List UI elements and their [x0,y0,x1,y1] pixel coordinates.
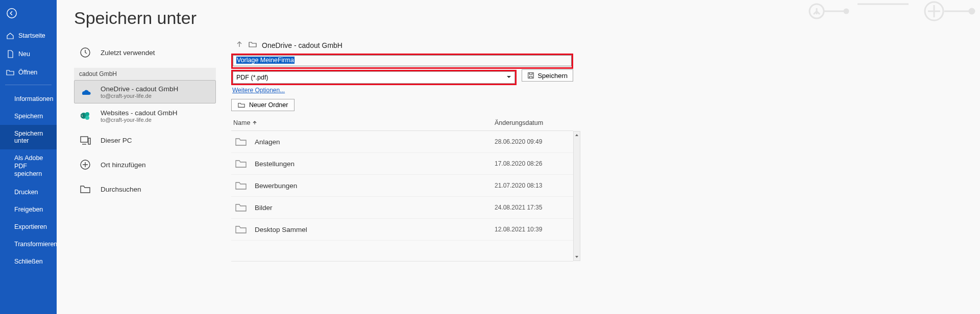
sidebar-item-info[interactable]: Informationen [0,90,57,108]
filetype-value: PDF (*.pdf) [236,74,268,81]
file-name: Bestellungen [255,160,495,168]
location-sublabel: to@craft-your-life.de [101,93,178,99]
sidebar-item-share[interactable]: Freigeben [0,201,57,218]
folder-icon [233,159,249,168]
folder-icon [233,225,249,234]
scroll-down-button[interactable] [574,253,580,260]
location-recent[interactable]: Zuletzt verwendet [74,40,216,65]
file-date: 12.08.2021 10:39 [495,226,571,233]
svg-point-7 [85,112,89,116]
file-date: 24.08.2021 17:35 [495,204,571,211]
location-label: Ort hinzufügen [101,161,146,169]
up-folder-button[interactable] [235,40,243,50]
clock-icon [78,45,92,60]
list-item[interactable]: Bilder 24.08.2021 17:35 [231,197,573,219]
more-options-link[interactable]: Weitere Optionen... [232,87,285,94]
new-folder-button[interactable]: Neuer Ordner [231,99,295,111]
svg-rect-12 [88,138,90,144]
location-label: OneDrive - cadout GmbH [101,85,178,93]
svg-rect-11 [81,137,88,142]
sidebar-item-label: Öffnen [18,69,37,76]
filetype-highlight-box: Vorlage MeineFirma [231,54,573,69]
list-item[interactable]: Bewerbungen 21.07.2020 08:13 [231,175,573,197]
sidebar-item-home[interactable]: Startseite [0,27,57,45]
list-item[interactable]: Desktop Sammel 12.08.2021 10:39 [231,219,573,241]
chevron-down-icon [506,74,511,81]
sidebar-item-new[interactable]: Neu [0,45,57,63]
file-name: Anlagen [255,138,495,146]
folder-open-icon [6,68,14,76]
onedrive-icon [78,85,92,99]
svg-point-4 [969,9,974,14]
breadcrumb: OneDrive - cadout GmbH [231,40,573,50]
sidebar-item-print[interactable]: Drucken [0,184,57,201]
new-folder-label: Neuer Ordner [249,101,288,109]
sidebar-item-close[interactable]: Schließen [0,253,57,270]
sidebar-separator [5,85,52,85]
page-title: Speichern unter [74,8,966,28]
pc-icon [78,133,92,147]
sort-arrow-up-icon [252,120,257,125]
file-name: Bewerbungen [255,182,495,190]
location-onedrive[interactable]: OneDrive - cadout GmbH to@craft-your-lif… [74,80,216,103]
location-browse[interactable]: Durchsuchen [74,177,216,201]
breadcrumb-path[interactable]: OneDrive - cadout GmbH [262,41,342,49]
scrollbar[interactable] [573,131,580,261]
back-button[interactable] [0,0,57,27]
location-label: Dieser PC [101,137,132,144]
filename-input[interactable]: Vorlage MeineFirma [233,55,572,66]
sidebar-item-save-adobe-pdf[interactable]: Als Adobe PDF speichern [0,149,57,184]
save-icon [527,72,534,79]
location-label: Durchsuchen [101,186,141,193]
main-area: Speichern unter Zuletzt verwendet cadout… [57,0,980,314]
file-date: 21.07.2020 08:13 [495,182,571,189]
list-item[interactable]: Anlagen 28.06.2020 09:49 [231,131,573,153]
location-label: Websites - cadout GmbH [101,109,178,117]
file-date: 17.08.2020 08:26 [495,160,571,167]
location-label: Zuletzt verwendet [101,49,155,57]
sidebar-item-transform[interactable]: Transformieren [0,236,57,253]
file-list: Anlagen 28.06.2020 09:49 Bestellungen 17… [231,131,573,261]
back-arrow-icon [6,8,17,19]
filetype-dropdown[interactable]: PDF (*.pdf) [233,71,515,84]
scroll-up-button[interactable] [574,132,580,139]
svg-rect-14 [528,73,534,78]
location-thispc[interactable]: Dieser PC [74,128,216,152]
folder-icon [233,203,249,212]
location-addplace[interactable]: Ort hinzufügen [74,152,216,177]
save-button-label: Speichern [537,72,568,80]
save-panel: OneDrive - cadout GmbH Vorlage MeineFirm… [231,40,573,261]
svg-point-8 [85,116,89,120]
folder-browse-icon [78,182,92,196]
sidebar-item-save[interactable]: Speichern [0,108,57,125]
scroll-track[interactable] [574,139,580,253]
folder-icon [233,137,249,146]
add-place-icon [78,158,92,172]
locations-panel: Zuletzt verwendet cadout GmbH OneDrive -… [74,40,216,261]
sidebar-item-export[interactable]: Exportieren [0,218,57,236]
document-icon [6,50,14,58]
location-sites[interactable]: S Websites - cadout GmbH to@craft-your-l… [74,103,216,128]
sidebar-item-saveas[interactable]: Speichern unter [0,125,57,149]
backstage-sidebar: Startseite Neu Öffnen Informationen Spei… [0,0,57,314]
locations-org-header: cadout GmbH [74,68,216,80]
list-item[interactable]: Bestellungen 17.08.2020 08:26 [231,153,573,175]
location-sublabel: to@craft-your-life.de [101,117,178,123]
column-header-date[interactable]: Änderungsdatum [495,119,571,126]
file-name: Bilder [255,204,495,212]
file-name: Desktop Sammel [255,226,495,233]
sidebar-item-label: Startseite [18,32,45,39]
sidebar-item-label: Neu [18,50,30,58]
folder-icon [249,40,257,50]
column-header-name[interactable]: Name [233,119,495,126]
save-button[interactable]: Speichern [522,69,573,82]
folder-icon [233,181,249,190]
file-date: 28.06.2020 09:49 [495,138,571,145]
sidebar-item-open[interactable]: Öffnen [0,63,57,82]
sharepoint-icon: S [78,109,92,123]
svg-point-0 [7,9,16,18]
file-list-header: Name Änderungsdatum [231,119,573,131]
home-icon [6,32,14,40]
new-folder-icon [238,101,245,109]
